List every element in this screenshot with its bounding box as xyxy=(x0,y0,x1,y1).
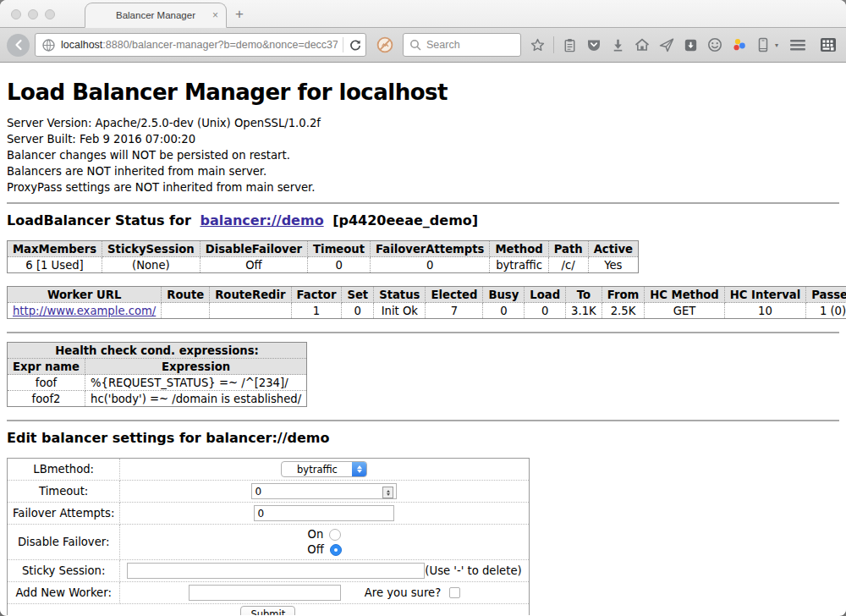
smiley-button[interactable] xyxy=(706,36,723,53)
inherit-note-line: Balancers are NOT inherited from main se… xyxy=(7,163,839,179)
failover-attempts-label: Failover Attempts: xyxy=(8,503,120,525)
expr-name-cell: foof xyxy=(8,375,85,391)
send-button[interactable] xyxy=(658,36,675,53)
edit-balancer-heading: Edit balancer settings for balancer://de… xyxy=(7,430,839,446)
sticky-session-label: Sticky Session: xyxy=(8,560,120,582)
close-window-button[interactable] xyxy=(11,9,21,19)
table-header-cell: Busy xyxy=(483,287,525,303)
proxypass-note-line: ProxyPass settings are NOT inherited fro… xyxy=(7,179,839,195)
table-header-cell: Method xyxy=(490,241,548,257)
table-cell: Yes xyxy=(588,257,638,273)
lbmethod-select[interactable]: bytraffic xyxy=(281,461,367,477)
timeout-input[interactable] xyxy=(251,483,397,499)
table-cell: GET xyxy=(645,303,725,319)
pocket-button[interactable] xyxy=(585,36,602,53)
table-header-row: Health check cond. expressions: xyxy=(8,343,307,359)
balancer-status-table: MaxMembers StickySession DisableFailover… xyxy=(7,240,639,273)
toolbar-divider xyxy=(553,36,554,53)
content-blocked-button[interactable] xyxy=(376,36,394,54)
form-row-add-worker: Add New Worker: Are you sure? xyxy=(8,582,530,604)
failover-attempts-input[interactable] xyxy=(254,505,394,521)
table-header-cell: DisableFailover xyxy=(200,241,307,257)
tab-title: Balancer Manager xyxy=(116,10,195,20)
table-header-cell: To xyxy=(566,287,602,303)
smiley-icon xyxy=(706,36,723,53)
disable-failover-off-radio[interactable] xyxy=(330,544,342,556)
health-check-table: Health check cond. expressions: Expr nam… xyxy=(7,342,307,407)
titlebar: Balancer Manager × + xyxy=(0,0,846,28)
loadbalancer-status-heading: LoadBalancer Status for balancer://demo … xyxy=(7,212,839,228)
save-box-icon xyxy=(683,37,699,53)
table-row: foof %{REQUEST_STATUS} =~ /^[234]/ xyxy=(8,375,307,391)
radio-on-label: On xyxy=(308,528,324,541)
table-header-cell: FailoverAttempts xyxy=(371,241,490,257)
lbmethod-label: LBmethod: xyxy=(8,459,120,481)
table-header-cell: Timeout xyxy=(308,241,371,257)
table-cell: 6 [1 Used] xyxy=(8,257,102,273)
save-box-button[interactable] xyxy=(683,37,699,53)
window-controls xyxy=(11,9,55,19)
url-bar[interactable]: localhost:8880/balancer-manager?b=demo&n… xyxy=(35,33,366,57)
form-row-submit: Submit xyxy=(8,604,530,616)
table-header-cell: Path xyxy=(548,241,588,257)
are-you-sure-checkbox[interactable] xyxy=(449,587,460,598)
toolbar-icons: ▾ xyxy=(530,36,778,53)
table-header-cell: Status xyxy=(374,287,426,303)
submit-row: Submit xyxy=(8,604,530,616)
server-built-line: Server Built: Feb 9 2016 07:00:20 xyxy=(7,131,839,147)
home-button[interactable] xyxy=(634,36,651,53)
tab-balancer-manager[interactable]: Balancer Manager × xyxy=(85,3,227,28)
menu-button[interactable] xyxy=(788,37,807,52)
table-cell: 10 xyxy=(724,303,805,319)
worker-url-link[interactable]: http://www.example.com/ xyxy=(13,305,156,317)
navigation-toolbar: localhost:8880/balancer-manager?b=demo&n… xyxy=(0,28,846,63)
add-worker-input[interactable] xyxy=(189,585,341,601)
number-spinner-icon[interactable] xyxy=(382,487,393,498)
table-header-cell: RouteRedir xyxy=(210,287,291,303)
persist-note-line: Balancer changes will NOT be persisted o… xyxy=(7,147,839,163)
status-heading-suffix: [p4420eeae_demo] xyxy=(332,212,478,228)
table-cell: (None) xyxy=(102,257,201,273)
tab-close-icon[interactable]: × xyxy=(212,10,218,20)
worker-status-table: Worker URL Route RouteRedir Factor Set S… xyxy=(7,286,846,319)
minimize-window-button[interactable] xyxy=(28,9,38,19)
table-cell: 0 xyxy=(525,303,566,319)
disable-failover-field-cell: On Off xyxy=(120,525,529,560)
table-header-cell: Load xyxy=(525,287,566,303)
bookmark-star-button[interactable] xyxy=(530,37,546,53)
expression-cell: %{REQUEST_STATUS} =~ /^[234]/ xyxy=(85,375,307,391)
table-cell: Init Ok xyxy=(374,303,426,319)
reload-button[interactable] xyxy=(349,38,362,52)
table-cell: 2.5K xyxy=(602,303,644,319)
disable-failover-on-radio[interactable] xyxy=(329,529,341,541)
zoom-window-button[interactable] xyxy=(45,9,55,19)
downloads-button[interactable] xyxy=(610,37,626,53)
url-text[interactable]: localhost:8880/balancer-manager?b=demo&n… xyxy=(61,39,338,51)
app-grid-button[interactable] xyxy=(819,36,838,53)
timeout-field-cell xyxy=(120,481,529,503)
back-icon xyxy=(12,38,25,52)
table-row: http://www.example.com/ 1 0 Init Ok 7 0 … xyxy=(8,303,846,319)
lbmethod-selected-value: bytraffic xyxy=(282,464,352,476)
server-info: Server Version: Apache/2.5.0-dev (Unix) … xyxy=(7,115,839,195)
table-cell: 0 xyxy=(308,257,371,273)
chevron-down-icon[interactable]: ▾ xyxy=(775,41,778,49)
extension-dots-button[interactable] xyxy=(731,36,748,53)
table-cell: 0 xyxy=(342,303,374,319)
health-table-title: Health check cond. expressions: xyxy=(8,343,307,359)
search-input[interactable]: Search xyxy=(403,33,521,57)
clipboard-button[interactable] xyxy=(562,37,578,53)
table-cell: 1 xyxy=(291,303,342,319)
submit-button[interactable]: Submit xyxy=(240,606,295,615)
balancer-demo-link[interactable]: balancer://demo xyxy=(200,212,323,228)
form-row-timeout: Timeout: xyxy=(8,481,530,503)
back-button[interactable] xyxy=(7,34,30,57)
clipboard-icon xyxy=(562,37,578,53)
section-divider xyxy=(7,332,839,333)
failover-field-cell xyxy=(120,503,529,525)
phone-sync-button[interactable] xyxy=(755,36,771,53)
sticky-session-input[interactable] xyxy=(127,563,425,579)
table-header-cell: Active xyxy=(588,241,638,257)
new-tab-button[interactable]: + xyxy=(235,6,244,23)
section-divider xyxy=(7,202,839,204)
